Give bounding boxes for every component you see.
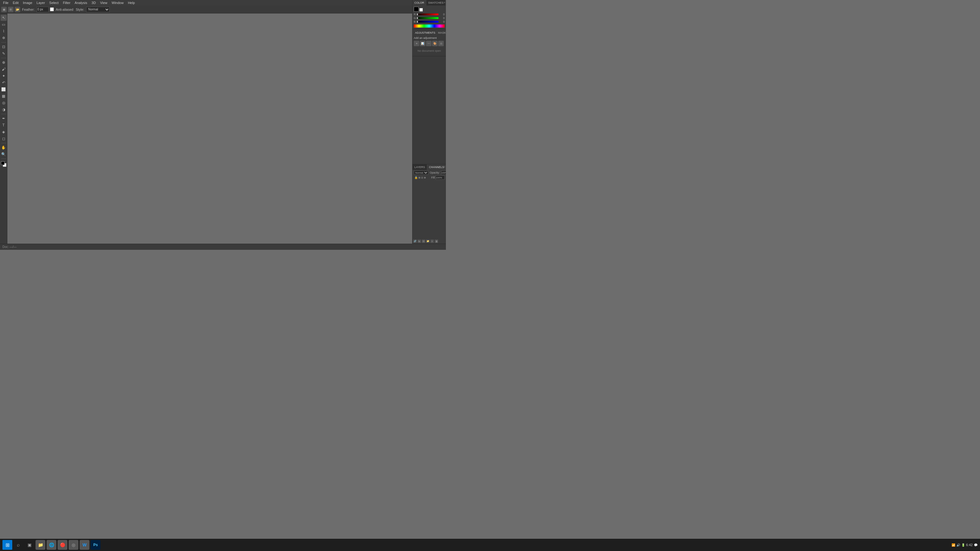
color-box[interactable] <box>1 161 6 167</box>
history-brush-tool[interactable]: ↶ <box>1 79 7 86</box>
adj-hue[interactable]: 🎨 <box>432 41 438 46</box>
channel-r-value: 0 <box>439 13 445 16</box>
shape-tool[interactable]: ◻ <box>1 136 7 142</box>
eyedropper-tool[interactable]: ✎ <box>1 51 7 57</box>
eraser-tool[interactable]: ⬜ <box>1 86 7 92</box>
menu-help[interactable]: Help <box>126 0 137 5</box>
opacity-label: Opacity: <box>429 171 441 174</box>
lock-label: ⊞ ⊡ ⊕ <box>418 176 426 179</box>
layers-fill-row: 🔒 ⊞ ⊡ ⊕ Fill: <box>412 175 446 180</box>
tool-separator-3 <box>1 114 6 114</box>
menu-layer[interactable]: Layer <box>35 0 47 5</box>
crop-tool[interactable]: ⊡ <box>1 44 7 50</box>
lasso-tool[interactable]: ⌇ <box>1 28 7 34</box>
marquee-tool[interactable]: ▭ <box>1 21 7 27</box>
channel-g-label: G <box>414 16 416 20</box>
menu-select[interactable]: Select <box>48 0 60 5</box>
anti-aliased-label: Anti-aliased <box>55 8 74 11</box>
magic-wand-tool[interactable]: ✲ <box>1 35 7 41</box>
color-spectrum[interactable] <box>414 24 445 27</box>
layers-tab-row: LAYERS CHANNELS PATHS ≡ <box>412 164 446 170</box>
layers-panel-menu-icon[interactable]: ≡ <box>444 164 445 170</box>
menu-filter[interactable]: Filter <box>61 0 72 5</box>
blur-tool[interactable]: ◎ <box>1 100 7 106</box>
add-style-btn[interactable]: fx <box>417 240 421 243</box>
status-bar: Doc: —/— <box>0 244 446 250</box>
new-group-btn[interactable]: 📁 <box>426 240 430 243</box>
lock-icons: 🔒 <box>414 176 418 179</box>
foreground-color-swatch[interactable] <box>1 161 5 165</box>
dodge-tool[interactable]: ◑ <box>1 106 7 113</box>
no-document-label: No document open <box>414 47 445 55</box>
menu-3d[interactable]: 3D <box>90 0 98 5</box>
tab-channels[interactable]: CHANNELS <box>427 164 446 170</box>
tab-styles[interactable]: STYLES <box>445 0 446 5</box>
channel-b-value: 0 <box>439 20 445 23</box>
style-label: Style: <box>75 8 85 11</box>
zoom-tool[interactable]: 🔍 <box>1 151 7 157</box>
menu-bar: File Edit Image Layer Select Filter Anal… <box>0 0 446 5</box>
panel-menu-icon[interactable]: ≡ <box>444 0 445 5</box>
healing-tool[interactable]: ⊕ <box>1 59 7 65</box>
tab-swatches[interactable]: SWATCHES <box>426 0 445 5</box>
add-mask-btn[interactable]: ◎ <box>422 240 425 243</box>
fg-bg-swatches <box>414 7 445 12</box>
tool-separator-1 <box>1 42 6 43</box>
menu-file[interactable]: File <box>1 0 10 5</box>
tab-adjustments[interactable]: ADJUSTMENTS <box>414 30 437 35</box>
new-layer-btn[interactable]: + <box>430 240 434 243</box>
adj-curves[interactable]: 〰 <box>426 41 431 46</box>
tool-separator-5 <box>1 159 6 159</box>
tool-preset-icon[interactable]: ▣ <box>1 7 7 12</box>
channel-g-slider[interactable] <box>417 17 439 19</box>
menu-view[interactable]: View <box>98 0 109 5</box>
anti-aliased-checkbox[interactable] <box>50 7 54 11</box>
color-tab-row: COLOR SWATCHES STYLES ≡ <box>412 0 446 5</box>
feather-label: Feather: <box>21 8 35 11</box>
new-layer-icon[interactable]: ⊞ <box>8 7 13 12</box>
link-layers-btn[interactable]: 🔗 <box>413 240 417 243</box>
adjustments-panel: ADJUSTMENTS MASKS Add an adjustment ☀ 📊 … <box>412 29 446 56</box>
menu-analysis[interactable]: Analysis <box>73 0 89 5</box>
layers-mode-select[interactable]: Normal <box>414 170 428 175</box>
feather-input[interactable] <box>37 7 49 12</box>
pen-tool[interactable]: ✒ <box>1 115 7 122</box>
text-tool[interactable]: T <box>1 122 7 128</box>
open-icon[interactable]: 📂 <box>15 7 20 12</box>
tool-panel: ↖ ▭ ⌇ ✲ ⊡ ✎ ⊕ 🖌 ✦ ↶ ⬜ ▦ ◎ ◑ ✒ T ◈ ◻ ✋ 🔍 <box>0 13 7 244</box>
fill-label: Fill: <box>431 176 436 179</box>
channel-b-slider[interactable] <box>417 21 439 23</box>
canvas-area <box>7 13 412 244</box>
fg-color-swatch[interactable] <box>414 7 418 12</box>
layers-control-row: Normal Opacity: <box>412 170 446 175</box>
adj-brightness[interactable]: ☀ <box>414 41 419 46</box>
add-adjustment-title: Add an adjustment <box>414 35 445 40</box>
tool-separator-2 <box>1 58 6 58</box>
tab-color[interactable]: COLOR <box>412 0 426 5</box>
style-select[interactable]: Normal Fixed Ratio Fixed Size <box>86 7 110 12</box>
menu-edit[interactable]: Edit <box>11 0 21 5</box>
menu-image[interactable]: Image <box>21 0 34 5</box>
opacity-input[interactable] <box>441 170 446 175</box>
brush-tool[interactable]: 🖌 <box>1 66 7 72</box>
hand-tool[interactable]: ✋ <box>1 144 7 151</box>
channel-b-row: B 0 <box>414 20 445 23</box>
menu-window[interactable]: Window <box>110 0 126 5</box>
channel-r-slider[interactable] <box>417 13 439 15</box>
tab-layers[interactable]: LAYERS <box>412 164 427 170</box>
channel-b-label: B <box>414 20 416 23</box>
tab-masks[interactable]: MASKS <box>437 30 446 35</box>
adj-color-balance[interactable]: ⚖ <box>438 41 444 46</box>
layers-bottom-icons: 🔗 fx ◎ 📁 + 🗑 <box>413 240 438 243</box>
path-select-tool[interactable]: ◈ <box>1 129 7 135</box>
fill-input[interactable] <box>436 175 445 180</box>
clone-tool[interactable]: ✦ <box>1 73 7 79</box>
options-bar: ▣ ⊞ 📂 Feather: Anti-aliased Style: Norma… <box>0 5 446 13</box>
bg-color-swatch[interactable] <box>419 8 423 12</box>
delete-layer-btn[interactable]: 🗑 <box>434 240 438 243</box>
adj-tab-row: ADJUSTMENTS MASKS <box>414 30 445 35</box>
gradient-tool[interactable]: ▦ <box>1 93 7 99</box>
adj-levels[interactable]: 📊 <box>420 41 425 46</box>
channel-g-row: G 0 <box>414 16 445 20</box>
move-tool[interactable]: ↖ <box>1 15 7 21</box>
